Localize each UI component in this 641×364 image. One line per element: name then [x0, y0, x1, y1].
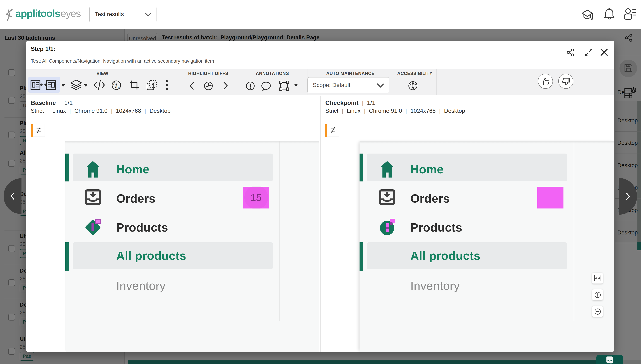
- svg-text:B: B: [116, 85, 119, 89]
- svg-text:A: A: [113, 82, 116, 85]
